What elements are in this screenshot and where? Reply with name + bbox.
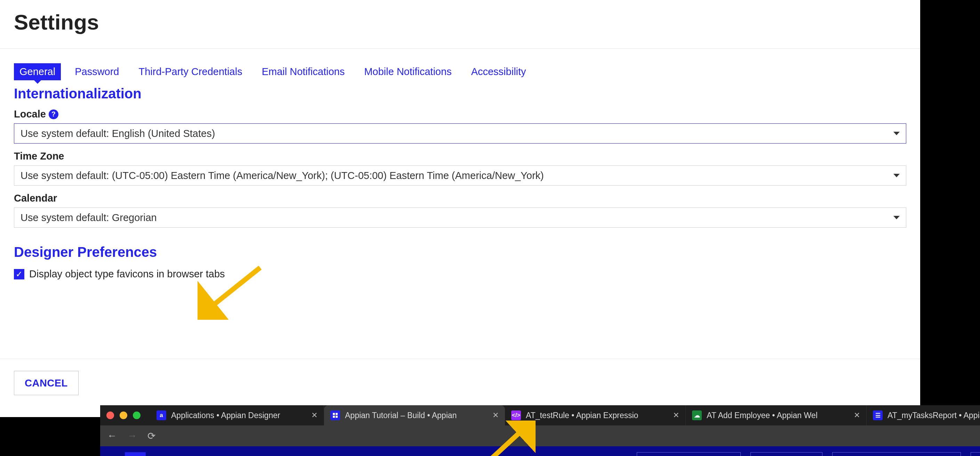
app-title: Appian Tutorial: [156, 454, 261, 456]
browser-tab-label: Applications • Appian Designer: [171, 411, 280, 420]
tab-general[interactable]: General: [14, 63, 61, 80]
help-icon[interactable]: ?: [49, 110, 59, 119]
locale-value: Use system default: English (United Stat…: [21, 128, 215, 139]
compare-deploy-button[interactable]: COMPARE AND DEPLOY: [832, 452, 961, 456]
appian-favicon-icon: a: [156, 410, 166, 420]
settings-gear-button[interactable]: ⚙: [970, 452, 980, 456]
close-tab-icon[interactable]: ✕: [311, 411, 318, 420]
svg-rect-3: [336, 416, 338, 418]
chevron-down-icon: [893, 132, 900, 135]
window-traffic-lights: [107, 412, 140, 419]
browser-tab-applications[interactable]: a Applications • Appian Designer ✕: [150, 405, 324, 426]
browser-window: a Applications • Appian Designer ✕ Appia…: [100, 405, 980, 456]
back-button[interactable]: ‹: [110, 454, 115, 456]
locale-field: Locale ? Use system default: English (Un…: [0, 102, 920, 143]
favicon-checkbox-label: Display object type favicons in browser …: [29, 269, 225, 280]
cloud-favicon-icon: ☁: [692, 410, 702, 420]
browser-tab-testrule[interactable]: </> AT_testRule • Appian Expressio ✕: [505, 405, 686, 426]
appian-header: ‹ Appian Tutorial IMPORT PACKAGE PACKAGE…: [100, 446, 980, 456]
locale-label: Locale: [14, 108, 46, 120]
tab-accessibility[interactable]: Accessibility: [466, 63, 532, 80]
browser-tab-label: Appian Tutorial – Build • Appian: [345, 411, 457, 420]
browser-tabstrip: a Applications • Appian Designer ✕ Appia…: [100, 405, 980, 426]
svg-rect-1: [336, 413, 338, 415]
internationalization-heading: Internationalization: [0, 80, 920, 102]
settings-tabs: General Password Third-Party Credentials…: [0, 49, 920, 80]
favicon-checkbox-row[interactable]: ✓ Display object type favicons in browse…: [0, 260, 920, 288]
back-icon[interactable]: ←: [107, 430, 117, 442]
close-tab-icon[interactable]: ✕: [854, 411, 860, 420]
close-tab-icon[interactable]: ✕: [673, 411, 679, 420]
timezone-value: Use system default: (UTC-05:00) Eastern …: [21, 170, 544, 181]
reload-icon[interactable]: ⟳: [148, 430, 156, 442]
browser-tab-label: AT_myTasksReport • Appian Int: [888, 411, 980, 420]
settings-panel: Settings General Password Third-Party Cr…: [0, 0, 920, 417]
minimize-window-icon[interactable]: [119, 412, 127, 419]
cancel-button[interactable]: CANCEL: [14, 371, 79, 395]
page-title: Settings: [0, 0, 920, 48]
tab-mobile-notifications[interactable]: Mobile Notifications: [358, 63, 457, 80]
browser-tab-label: AT_testRule • Appian Expressio: [526, 411, 638, 420]
designer-preferences-heading: Designer Preferences: [0, 228, 920, 260]
timezone-select[interactable]: Use system default: (UTC-05:00) Eastern …: [14, 165, 906, 186]
calendar-select[interactable]: Use system default: Gregorian: [14, 208, 906, 228]
list-favicon-icon: ☰: [873, 410, 883, 420]
import-package-button[interactable]: IMPORT PACKAGE: [637, 452, 740, 456]
locale-select[interactable]: Use system default: English (United Stat…: [14, 123, 906, 143]
close-window-icon[interactable]: [107, 412, 114, 419]
app-grid-icon[interactable]: [125, 452, 146, 456]
chevron-down-icon: [893, 174, 900, 177]
favicon-checkbox[interactable]: ✓: [14, 269, 24, 280]
maximize-window-icon[interactable]: [133, 412, 140, 419]
timezone-field: Time Zone Use system default: (UTC-05:00…: [0, 143, 920, 186]
close-tab-icon[interactable]: ✕: [492, 411, 499, 420]
code-favicon-icon: </>: [511, 410, 521, 420]
tab-password[interactable]: Password: [69, 63, 124, 80]
tab-third-party-credentials[interactable]: Third-Party Credentials: [133, 63, 248, 80]
chevron-down-icon: [893, 216, 900, 219]
tab-email-notifications[interactable]: Email Notifications: [256, 63, 350, 80]
browser-tab-tutorial[interactable]: Appian Tutorial – Build • Appian ✕: [324, 405, 505, 426]
browser-tab-add-employee[interactable]: ☁ AT Add Employee • Appian Wel ✕: [686, 405, 867, 426]
forward-icon[interactable]: →: [127, 430, 137, 442]
svg-rect-0: [333, 413, 335, 415]
browser-tab-label: AT Add Employee • Appian Wel: [706, 411, 818, 420]
calendar-label: Calendar: [14, 192, 57, 204]
packages-button[interactable]: PACKAGES: [751, 452, 822, 456]
timezone-label: Time Zone: [14, 151, 64, 162]
browser-toolbar: ← → ⟳ ⇪: [100, 426, 980, 446]
calendar-field: Calendar Use system default: Gregorian: [0, 186, 920, 228]
grid-favicon-icon: [330, 410, 340, 420]
svg-rect-2: [333, 416, 335, 418]
browser-tab-tasks-report[interactable]: ☰ AT_myTasksReport • Appian Int ✕: [867, 405, 980, 426]
calendar-value: Use system default: Gregorian: [21, 212, 157, 224]
